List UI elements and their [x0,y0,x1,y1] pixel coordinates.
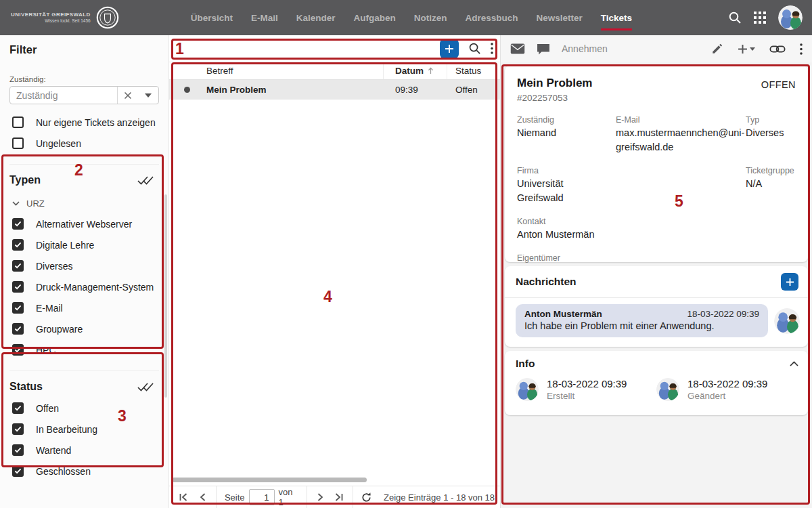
clear-icon[interactable] [118,87,138,104]
typen-checkbox-row[interactable]: HPC [12,344,156,356]
field-ticketgruppe: Ticketgruppe N/A [746,166,796,205]
page-number-input[interactable] [249,489,275,505]
info-entry-geaendert: 18-03-2022 09:39 Geändert [656,378,797,401]
checkbox-checked-icon[interactable] [12,444,24,456]
checkbox-checked-icon[interactable] [12,323,24,335]
link-icon[interactable] [769,45,786,54]
ticket-list-pane: Betreff Datum Status Mein Problem 09:39 … [169,35,501,508]
sidebar-title: Filter [9,43,159,56]
status-checkbox-row[interactable]: Offen [12,402,156,414]
nav-item-kalender[interactable]: Kalender [296,0,336,35]
collapse-chevron-up-icon[interactable] [790,361,798,366]
add-message-button[interactable] [781,273,798,291]
logo-text: UNIVERSITÄT GREIFSWALD Wissen lockt. Sei… [11,12,91,24]
entries-info: Zeige Einträge 1 - 18 von 18 [384,492,495,503]
horizontal-scrollbar[interactable] [172,478,367,482]
user-avatar[interactable] [778,5,803,30]
status-checkbox-row[interactable]: Wartend [12,444,156,456]
checkbox-checked-icon[interactable] [12,218,24,230]
nav-item-email[interactable]: E-Mail [251,0,278,35]
nav-item-notizen[interactable]: Notizen [414,0,447,35]
field-typ: Typ Diverses [746,115,796,154]
typen-checkbox-row[interactable]: E-Mail [12,302,156,314]
typen-checkbox-row[interactable]: Druck-Management-System [12,281,156,293]
typen-checkbox-row[interactable]: Diverses [12,260,156,272]
typen-checkbox-row[interactable]: Alternativer Webserver [12,218,156,230]
status-checkbox-row[interactable]: In Bearbeitung [12,423,156,435]
filter-nur-eigene-checkbox-row[interactable]: Nur eigene Tickets anzeigen [12,117,156,128]
first-page-button[interactable] [175,486,193,508]
nav-item-uebersicht[interactable]: Übersicht [191,0,233,35]
info-avatar [656,378,679,401]
add-ticket-button[interactable] [440,39,459,58]
list-table-header: Betreff Datum Status [169,62,500,80]
checkbox-checked-icon[interactable] [12,302,24,314]
checkbox-checked-icon[interactable] [12,344,24,356]
typen-checkbox-row[interactable]: Groupware [12,323,156,335]
ticket-row[interactable]: Mein Problem 09:39 Offen [169,80,500,100]
column-header-status[interactable]: Status [447,66,500,76]
edit-pencil-icon[interactable] [711,43,723,55]
checkbox-icon[interactable] [12,117,24,128]
checkbox-icon[interactable] [12,137,24,149]
ticket-row-datum: 09:39 [384,80,447,100]
checkbox-checked-icon[interactable] [12,402,24,414]
select-all-types-icon[interactable] [137,175,154,186]
checkbox-checked-icon[interactable] [12,281,24,293]
search-icon[interactable] [468,42,481,55]
zustaendig-select[interactable] [9,86,159,104]
list-toolbar [169,35,500,62]
filter-sidebar: Filter Zuständig: Nur eigene Tickets anz… [0,35,169,508]
refresh-icon[interactable] [357,486,375,508]
prev-page-button[interactable] [193,486,211,508]
global-search-icon[interactable] [728,11,742,24]
university-logo[interactable]: UNIVERSITÄT GREIFSWALD Wissen lockt. Sei… [11,6,119,29]
field-zustaendig: Zuständig Niemand [517,115,616,154]
nachrichten-card: Nachrichten Anton Mustermän 18-03-2022 0… [505,266,808,347]
detail-more-options-icon[interactable] [800,43,803,55]
nav-item-adressbuch[interactable]: Adressbuch [466,0,518,35]
last-page-button[interactable] [330,486,348,508]
checkbox-label: Diverses [36,261,72,272]
column-label: Betreff [206,66,233,76]
checkbox-checked-icon[interactable] [12,465,24,477]
topbar: UNIVERSITÄT GREIFSWALD Wissen lockt. Sei… [0,0,812,35]
nav-item-tickets[interactable]: Tickets [601,0,632,35]
ticket-status-badge: OFFEN [761,79,796,90]
zustaendig-input[interactable] [10,90,117,101]
message-flag-icon[interactable] [537,43,550,55]
list-more-options-icon[interactable] [491,43,493,54]
nav-item-newsletter[interactable]: Newsletter [537,0,583,35]
status-checkbox-row[interactable]: Geschlossen [12,465,156,477]
column-label: Datum [395,66,424,76]
typen-checkbox-row[interactable]: Digitale Lehre [12,239,156,251]
column-header-datum[interactable]: Datum [384,62,447,79]
checkbox-label: Alternativer Webserver [36,219,132,230]
detail-toolbar-right [711,43,803,55]
checkbox-label: Geschlossen [36,466,91,477]
filter-ungelesen-checkbox-row[interactable]: Ungelesen [12,137,156,149]
apps-grid-icon[interactable] [753,11,767,24]
typen-group-label: URZ [26,198,45,209]
typen-group-urz[interactable]: URZ [12,198,159,209]
divider [216,486,217,508]
next-page-button[interactable] [311,486,330,508]
pagination-bar: Seite von 1 Zeige Einträge 1 - 18 von 18 [169,486,500,508]
logo-line2: Wissen lockt. Seit 1456 [11,18,91,24]
column-header-betreff[interactable]: Betreff [204,62,384,79]
ticket-search-input[interactable] [176,43,430,54]
university-seal-icon [96,6,119,29]
annehmen-button[interactable]: Annehmen [562,43,608,54]
field-email: E-Mail max.mustermaennchen@uni-greifswal… [616,115,746,154]
checkbox-checked-icon[interactable] [12,423,24,435]
select-all-status-icon[interactable] [137,382,154,392]
checkbox-checked-icon[interactable] [12,260,24,272]
sidebar-scrollbar[interactable] [164,194,167,398]
checkbox-checked-icon[interactable] [12,239,24,251]
nav-item-aufgaben[interactable]: Aufgaben [354,0,396,35]
info-datetime: 18-03-2022 09:39 [687,378,767,389]
add-dropdown-button[interactable] [738,44,755,54]
email-icon[interactable] [510,43,525,54]
caret-down-icon[interactable] [138,87,158,104]
checkbox-label: Druck-Management-System [36,282,154,293]
